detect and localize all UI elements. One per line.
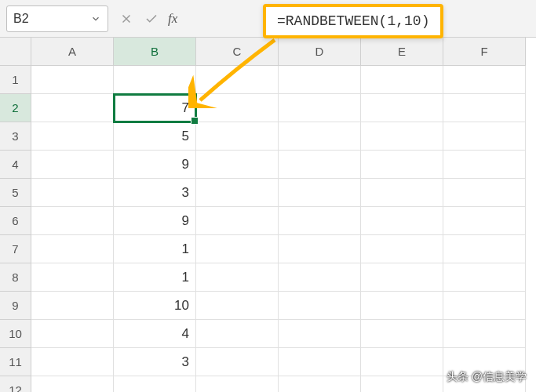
select-all-corner[interactable] (0, 38, 31, 66)
cell-C8[interactable] (196, 263, 279, 292)
cell-E11[interactable] (361, 348, 443, 376)
cell-C10[interactable] (196, 320, 279, 348)
cell-E12[interactable] (361, 376, 443, 392)
cell-F2[interactable] (443, 94, 526, 122)
column-header[interactable]: F (443, 38, 526, 66)
row-header[interactable]: 10 (0, 320, 31, 348)
cell-C2[interactable] (196, 94, 279, 122)
cell-B12[interactable] (114, 376, 196, 392)
chevron-down-icon (90, 13, 101, 24)
column-header[interactable]: A (31, 38, 114, 66)
cell-A1[interactable] (31, 66, 114, 94)
cell-B2[interactable]: 7 (114, 94, 196, 122)
cell-F4[interactable] (443, 151, 526, 179)
cell-D6[interactable] (279, 207, 361, 235)
row-header[interactable]: 2 (0, 94, 31, 122)
formula-input[interactable]: =RANDBETWEEN(1,10) (263, 4, 443, 38)
watermark: 头条 @信息美学 (447, 370, 527, 384)
cell-B6[interactable]: 9 (114, 207, 196, 235)
cell-C4[interactable] (196, 151, 279, 179)
row-header[interactable]: 11 (0, 348, 31, 376)
cell-D5[interactable] (279, 179, 361, 207)
row-header[interactable]: 5 (0, 179, 31, 207)
cell-D7[interactable] (279, 235, 361, 263)
cell-A6[interactable] (31, 207, 114, 235)
cell-D4[interactable] (279, 151, 361, 179)
cell-D3[interactable] (279, 122, 361, 151)
cell-D8[interactable] (279, 263, 361, 292)
cell-F9[interactable] (443, 292, 526, 320)
column-header[interactable]: E (361, 38, 443, 66)
formula-bar-buttons: fx (116, 9, 179, 29)
cell-F7[interactable] (443, 235, 526, 263)
cell-E10[interactable] (361, 320, 443, 348)
cell-D12[interactable] (279, 376, 361, 392)
cell-A5[interactable] (31, 179, 114, 207)
cell-B11[interactable]: 3 (114, 348, 196, 376)
cell-C11[interactable] (196, 348, 279, 376)
cell-B7[interactable]: 1 (114, 235, 196, 263)
column-header[interactable]: C (196, 38, 279, 66)
cell-F3[interactable] (443, 122, 526, 151)
row-header[interactable]: 8 (0, 263, 31, 292)
spreadsheet-grid[interactable]: ABCDEF12735495369718191010411312 (0, 38, 536, 392)
cell-E5[interactable] (361, 179, 443, 207)
row-header[interactable]: 1 (0, 66, 31, 94)
fx-icon[interactable]: fx (166, 11, 179, 27)
cell-E1[interactable] (361, 66, 443, 94)
cancel-button[interactable] (116, 9, 137, 29)
row-header[interactable]: 9 (0, 292, 31, 320)
enter-button[interactable] (141, 9, 162, 29)
cell-F6[interactable] (443, 207, 526, 235)
cell-D9[interactable] (279, 292, 361, 320)
cell-C1[interactable] (196, 66, 279, 94)
name-box[interactable]: B2 (6, 5, 108, 32)
column-header[interactable]: B (114, 38, 196, 66)
cell-D1[interactable] (279, 66, 361, 94)
cell-C5[interactable] (196, 179, 279, 207)
cell-D10[interactable] (279, 320, 361, 348)
cell-C3[interactable] (196, 122, 279, 151)
cell-A11[interactable] (31, 348, 114, 376)
cell-A9[interactable] (31, 292, 114, 320)
cell-E6[interactable] (361, 207, 443, 235)
cell-E4[interactable] (361, 151, 443, 179)
column-header[interactable]: D (279, 38, 361, 66)
cell-C12[interactable] (196, 376, 279, 392)
row-header[interactable]: 4 (0, 151, 31, 179)
cell-A4[interactable] (31, 151, 114, 179)
cell-A8[interactable] (31, 263, 114, 292)
cell-B4[interactable]: 9 (114, 151, 196, 179)
row-header[interactable]: 6 (0, 207, 31, 235)
cell-B9[interactable]: 10 (114, 292, 196, 320)
cell-A10[interactable] (31, 320, 114, 348)
cell-A12[interactable] (31, 376, 114, 392)
cell-B1[interactable] (114, 66, 196, 94)
cell-D2[interactable] (279, 94, 361, 122)
cell-A3[interactable] (31, 122, 114, 151)
cell-B10[interactable]: 4 (114, 320, 196, 348)
formula-text: =RANDBETWEEN(1,10) (277, 13, 429, 29)
cell-F1[interactable] (443, 66, 526, 94)
row-header[interactable]: 3 (0, 122, 31, 151)
cell-A7[interactable] (31, 235, 114, 263)
name-box-value: B2 (13, 12, 29, 26)
cell-D11[interactable] (279, 348, 361, 376)
cell-E7[interactable] (361, 235, 443, 263)
cell-A2[interactable] (31, 94, 114, 122)
cell-B8[interactable]: 1 (114, 263, 196, 292)
cell-C6[interactable] (196, 207, 279, 235)
cell-F8[interactable] (443, 263, 526, 292)
cell-B3[interactable]: 5 (114, 122, 196, 151)
cell-C9[interactable] (196, 292, 279, 320)
cell-B5[interactable]: 3 (114, 179, 196, 207)
cell-E2[interactable] (361, 94, 443, 122)
row-header[interactable]: 7 (0, 235, 31, 263)
cell-E3[interactable] (361, 122, 443, 151)
cell-C7[interactable] (196, 235, 279, 263)
cell-F5[interactable] (443, 179, 526, 207)
cell-E8[interactable] (361, 263, 443, 292)
row-header[interactable]: 12 (0, 376, 31, 392)
cell-E9[interactable] (361, 292, 443, 320)
cell-F10[interactable] (443, 320, 526, 348)
